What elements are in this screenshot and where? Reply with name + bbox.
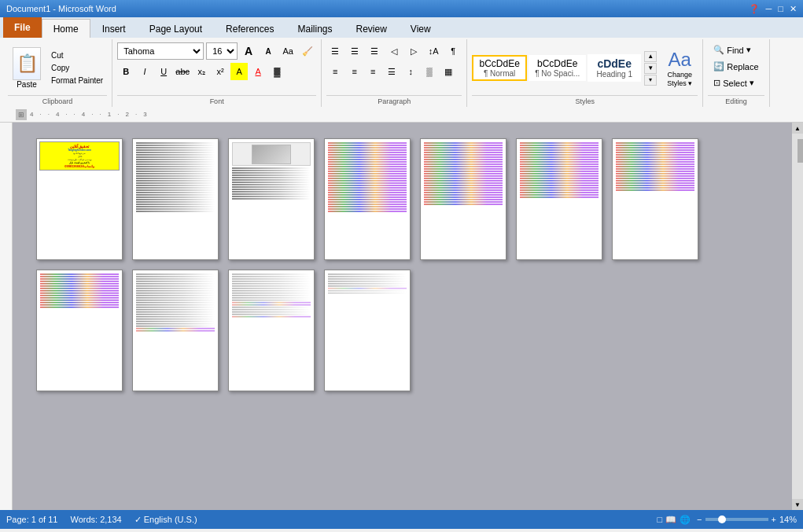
pages-container: تحقیق آنلاین TahghighOnline.com مرجع دان…: [36, 138, 768, 391]
align-right-button[interactable]: ≡: [364, 63, 381, 80]
font-name-select[interactable]: Tahoma: [117, 42, 204, 60]
tab-view[interactable]: View: [399, 19, 443, 38]
scroll-thumb[interactable]: [797, 139, 803, 163]
borders-button[interactable]: ▦: [440, 63, 457, 80]
font-group: Tahoma 16 A A Aа 🧹 B I U abc x₂ x² A A ▓: [112, 39, 322, 107]
styles-scroll: ▲ ▼ ▾: [644, 51, 657, 86]
table-row: تحقیق آنلاین TahghighOnline.com مرجع دان…: [36, 138, 123, 260]
tab-file[interactable]: File: [3, 17, 42, 38]
tab-review[interactable]: Review: [344, 19, 398, 38]
title-bar: Document1 - Microsoft Word ❓ ─ □ ✕: [0, 0, 803, 17]
style-heading1[interactable]: cDdEe Heading 1: [588, 54, 641, 82]
styles-scroll-down[interactable]: ▼: [644, 63, 657, 74]
word-count: Words: 2,134: [70, 515, 121, 524]
superscript-button[interactable]: x²: [212, 63, 229, 80]
underline-button[interactable]: U: [155, 63, 172, 80]
table-row: [420, 138, 506, 260]
paste-button[interactable]: 📋 Paste: [8, 46, 46, 90]
paste-icon: 📋: [13, 47, 41, 80]
grow-font-button[interactable]: A: [240, 42, 257, 60]
line-spacing-button[interactable]: ↕: [402, 63, 419, 80]
find-icon: 🔍: [713, 45, 724, 55]
clear-format-button[interactable]: 🧹: [299, 42, 316, 60]
justify-button[interactable]: ☰: [383, 63, 400, 80]
full-reading-icon[interactable]: 📖: [665, 515, 676, 525]
paragraph-group: ☰ ☰ ☰ ◁ ▷ ↕A ¶ ≡ ≡ ≡ ☰ ↕ ▒ ▦ Paragraph: [322, 39, 467, 107]
help-icon[interactable]: ❓: [749, 4, 760, 14]
strikethrough-button[interactable]: abc: [174, 63, 191, 80]
align-left-button[interactable]: ≡: [326, 63, 344, 80]
font-label: Font: [117, 95, 316, 105]
text-highlight-button[interactable]: A: [230, 63, 248, 80]
font-color-button[interactable]: A: [249, 63, 267, 80]
multilevel-list-button[interactable]: ☰: [366, 42, 383, 60]
app-title: Document1 - Microsoft Word: [6, 4, 116, 13]
ruler-corner[interactable]: ⊞: [16, 109, 27, 120]
zoom-slider[interactable]: [705, 518, 768, 521]
change-case-button[interactable]: Aа: [279, 42, 297, 60]
cut-button[interactable]: Cut: [47, 50, 107, 61]
change-styles-button[interactable]: Aa ChangeStyles ▾: [661, 45, 698, 92]
change-styles-label: ChangeStyles ▾: [667, 71, 692, 88]
font-size-select[interactable]: 16: [206, 42, 238, 60]
align-center-button[interactable]: ≡: [345, 63, 363, 80]
table-row: [132, 270, 219, 391]
language[interactable]: ✓ English (U.S.): [134, 515, 197, 525]
minimize-btn[interactable]: ─: [766, 4, 772, 14]
shading-button[interactable]: ▒: [421, 63, 438, 80]
vertical-ruler: [0, 123, 13, 510]
increase-indent-button[interactable]: ▷: [405, 42, 422, 60]
show-hide-button[interactable]: ¶: [444, 42, 462, 60]
select-button[interactable]: ⊡ Select ▾: [708, 75, 764, 90]
table-row: [516, 138, 602, 260]
style-no-spacing[interactable]: bCcDdEe ¶ No Spaci...: [529, 55, 586, 81]
page-canvas[interactable]: تحقیق آنلاین TahghighOnline.com مرجع دان…: [13, 123, 792, 510]
table-row: [132, 138, 219, 260]
highlight-color-button[interactable]: ▓: [268, 63, 285, 80]
style-no-spacing-label: ¶ No Spaci...: [535, 69, 580, 78]
tab-mailings[interactable]: Mailings: [285, 19, 344, 38]
web-layout-icon[interactable]: 🌐: [680, 515, 691, 525]
format-painter-button[interactable]: Format Painter: [47, 75, 107, 86]
ribbon: 📋 Paste Cut Copy Format Painter Clipboar…: [0, 38, 803, 107]
tab-insert[interactable]: Insert: [90, 19, 138, 38]
scroll-up-button[interactable]: ▲: [792, 123, 803, 134]
sort-button[interactable]: ↕A: [425, 42, 442, 60]
zoom-in-button[interactable]: +: [772, 515, 776, 524]
shrink-font-button[interactable]: A: [260, 42, 277, 60]
copy-button[interactable]: Copy: [47, 62, 107, 74]
style-no-spacing-preview: bCcDdEe: [535, 58, 580, 69]
maximize-btn[interactable]: □: [778, 4, 783, 14]
find-button[interactable]: 🔍 Find ▾: [708, 42, 764, 57]
tab-page-layout[interactable]: Page Layout: [138, 19, 214, 38]
vertical-scrollbar[interactable]: ▲ ▼: [792, 123, 803, 510]
table-row: [228, 270, 315, 391]
style-heading1-preview: cDdEe: [594, 57, 635, 70]
editing-group: 🔍 Find ▾ 🔄 Replace ⊡ Select ▾ Editing: [703, 39, 769, 107]
style-normal[interactable]: bCcDdEe ¶ Normal: [472, 55, 527, 81]
styles-label: Styles: [472, 95, 698, 105]
italic-button[interactable]: I: [136, 63, 153, 80]
numbering-button[interactable]: ☰: [346, 42, 363, 60]
styles-scroll-up[interactable]: ▲: [644, 51, 657, 62]
replace-button[interactable]: 🔄 Replace: [708, 59, 764, 74]
style-normal-label: ¶ Normal: [478, 69, 521, 78]
styles-more-button[interactable]: ▾: [644, 75, 657, 86]
table-row: [228, 138, 315, 260]
decrease-indent-button[interactable]: ◁: [385, 42, 403, 60]
page-content-lines: [136, 142, 215, 212]
subscript-button[interactable]: x₂: [193, 63, 210, 80]
zoom-out-button[interactable]: −: [697, 515, 702, 524]
change-styles-icon: Aa: [669, 49, 691, 71]
bullets-button[interactable]: ☰: [326, 42, 344, 60]
paragraph-label: Paragraph: [326, 95, 462, 105]
close-btn[interactable]: ✕: [790, 4, 797, 14]
select-icon: ⊡: [713, 78, 720, 88]
page-count: Page: 1 of 11: [6, 515, 57, 524]
tab-home[interactable]: Home: [42, 19, 90, 38]
scroll-down-button[interactable]: ▼: [792, 499, 803, 510]
bold-button[interactable]: B: [117, 63, 134, 80]
tab-references[interactable]: References: [214, 19, 285, 38]
clipboard-group: 📋 Paste Cut Copy Format Painter Clipboar…: [3, 39, 112, 107]
print-layout-icon[interactable]: □: [657, 515, 662, 524]
